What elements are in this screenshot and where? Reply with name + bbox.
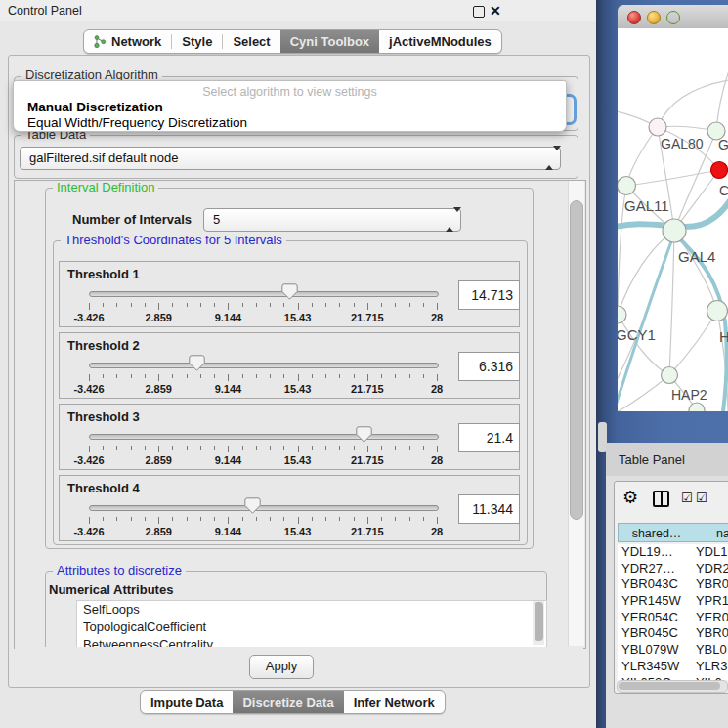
- table-cell: YPR1: [693, 593, 728, 610]
- slider-track[interactable]: [89, 505, 439, 511]
- table-row[interactable]: YPR145WYPR1: [618, 593, 728, 610]
- close-traffic-light[interactable]: [627, 11, 641, 24]
- tab-impute-data[interactable]: Impute Data: [141, 691, 233, 713]
- float-window-icon[interactable]: [473, 6, 485, 18]
- panel-title: Control Panel: [8, 4, 82, 18]
- checkbox-icon[interactable]: ☑: [681, 491, 693, 505]
- columns-icon[interactable]: [653, 491, 669, 507]
- threshold-value-field[interactable]: 6.316: [458, 352, 520, 381]
- table-cell: YBR043C: [618, 577, 693, 593]
- table-cell: YDR2: [693, 561, 728, 578]
- svg-text:C: C: [719, 183, 728, 198]
- table-row[interactable]: YLR345WYLR3: [618, 659, 728, 675]
- number-of-intervals-label: Number of Intervals: [72, 212, 192, 227]
- table-panel-titlebar: Table Panel: [606, 443, 728, 477]
- slider-tick-labels: -3.4262.8599.14415.4321.71528: [89, 383, 437, 395]
- slider-thumb[interactable]: [189, 355, 205, 371]
- table-rows: YDL19…YDL1YDR27…YDR2YBR043CYBR0YPR145WYP…: [618, 544, 728, 680]
- dropdown-option-manual[interactable]: Manual Discretization: [27, 100, 163, 114]
- gear-icon[interactable]: ⚙: [622, 487, 638, 508]
- network-icon: [94, 34, 107, 49]
- svg-text:HAP2: HAP2: [671, 387, 707, 403]
- slider-ticks: [89, 446, 437, 453]
- attribute-item[interactable]: TopologicalCoefficient: [77, 619, 546, 636]
- attributes-list-scrollbar-thumb[interactable]: [535, 602, 543, 641]
- table-cell: YBR045C: [618, 625, 693, 642]
- column-header-shared[interactable]: shared…: [618, 523, 695, 542]
- node-gcy1[interactable]: [618, 306, 626, 323]
- svg-text:H: H: [719, 328, 728, 345]
- table-cell: YDR27…: [618, 561, 693, 578]
- dropdown-option-equal-width[interactable]: Equal Width/Frequency Discretization: [27, 115, 247, 130]
- slider-track[interactable]: [89, 291, 439, 297]
- network-graph: GAL80 GA C GAL11 GAL4 GCY1 H HAP2: [618, 28, 728, 411]
- number-of-intervals-combobox[interactable]: 5: [203, 208, 461, 232]
- slider-thumb[interactable]: [356, 426, 372, 443]
- close-icon[interactable]: ✕: [490, 3, 501, 19]
- table-cell: YLR345W: [618, 659, 693, 675]
- top-tab-bar: Network Style Select Cyni Toolbox jActiv…: [83, 29, 502, 54]
- tab-cyni-toolbox[interactable]: Cyni Toolbox: [280, 30, 379, 53]
- screen: Control Panel ✕ Network Style Select Cyn…: [0, 0, 728, 728]
- network-view-canvas[interactable]: GAL80 GA C GAL11 GAL4 GCY1 H HAP2: [618, 28, 728, 411]
- tab-infer-network[interactable]: Infer Network: [344, 691, 445, 713]
- tab-style[interactable]: Style: [172, 30, 222, 53]
- threshold-title: Threshold 1: [67, 267, 140, 281]
- table-row[interactable]: YDL19…YDL1: [618, 544, 728, 561]
- slider-ticks: [89, 303, 437, 311]
- slider-thumb[interactable]: [244, 497, 261, 514]
- attributes-group-label: Attributes to discretize: [53, 564, 186, 578]
- table-row[interactable]: YBR043CYBR0: [618, 577, 728, 593]
- threshold-value-field[interactable]: 14.713: [458, 280, 520, 310]
- tab-discretize-data[interactable]: Discretize Data: [233, 691, 343, 713]
- checkbox-icon[interactable]: ☑: [696, 491, 707, 505]
- node-gal11[interactable]: [618, 177, 636, 195]
- algorithm-dropdown-popup: Select algorithm to view settings Manual…: [13, 80, 567, 132]
- threshold-value-field[interactable]: 21.4: [458, 423, 520, 452]
- tab-jactivemnodules[interactable]: jActiveMNodules: [379, 30, 501, 53]
- interval-definition-label: Interval Definition: [53, 181, 158, 194]
- svg-text:GAL11: GAL11: [624, 197, 669, 214]
- threshold-panel: Threshold 3-3.4262.8599.14415.4321.71528…: [59, 404, 520, 470]
- combo-stepper-icon: [545, 148, 553, 169]
- horizontal-scrollbar-thumb[interactable]: [619, 682, 720, 690]
- numerical-attributes-list: SelfLoopsTopologicalCoefficientBetweenne…: [76, 600, 547, 648]
- combo-stepper-icon: [446, 209, 453, 231]
- table-cell: YBR0: [693, 577, 728, 593]
- threshold-value-field[interactable]: 11.344: [458, 494, 520, 524]
- svg-text:GCY1: GCY1: [618, 326, 656, 343]
- slider-thumb[interactable]: [281, 283, 298, 300]
- minimize-traffic-light[interactable]: [647, 11, 661, 24]
- zoom-traffic-light[interactable]: [666, 11, 680, 24]
- slider-track[interactable]: [89, 434, 439, 440]
- table-data-combobox[interactable]: galFiltered.sif default node: [20, 147, 561, 170]
- slider-track[interactable]: [89, 363, 439, 368]
- threshold-panel: Threshold 2-3.4262.8599.14415.4321.71528…: [59, 332, 520, 399]
- apply-button[interactable]: Apply: [249, 655, 314, 679]
- vertical-scrollbar-thumb[interactable]: [570, 200, 583, 520]
- node-gal4[interactable]: [663, 219, 686, 242]
- table-row[interactable]: YBR045CYBR0: [618, 625, 728, 642]
- table-cell: YLR3: [693, 659, 728, 675]
- table-header-row: shared… na: [618, 523, 728, 542]
- tab-network[interactable]: Network: [84, 30, 171, 53]
- attribute-item[interactable]: SelfLoops: [77, 601, 546, 619]
- node-hap2[interactable]: [662, 367, 678, 384]
- column-header-name[interactable]: na: [695, 523, 728, 542]
- table-row[interactable]: YER054CYER0: [618, 610, 728, 626]
- threshold-title: Threshold 2: [67, 338, 140, 353]
- table-row[interactable]: YDR27…YDR2: [618, 561, 728, 578]
- table-cell: YDL1: [693, 544, 728, 561]
- node-partial[interactable]: [689, 403, 705, 411]
- table-row[interactable]: YBL079WYBL0: [618, 642, 728, 659]
- table-cell: YBL079W: [618, 642, 693, 659]
- slider-tick-labels: -3.4262.8599.14415.4321.71528: [89, 526, 437, 537]
- node-red-selected[interactable]: [711, 162, 728, 179]
- network-window-titlebar: [618, 5, 728, 29]
- node-gal80[interactable]: [649, 118, 666, 136]
- tab-select[interactable]: Select: [223, 30, 279, 53]
- threshold-title: Threshold 3: [67, 409, 140, 424]
- node-h[interactable]: [707, 301, 728, 321]
- threshold-list: Threshold 1-3.4262.8599.14415.4321.71528…: [59, 261, 522, 546]
- table-cell: YDL19…: [618, 544, 693, 561]
